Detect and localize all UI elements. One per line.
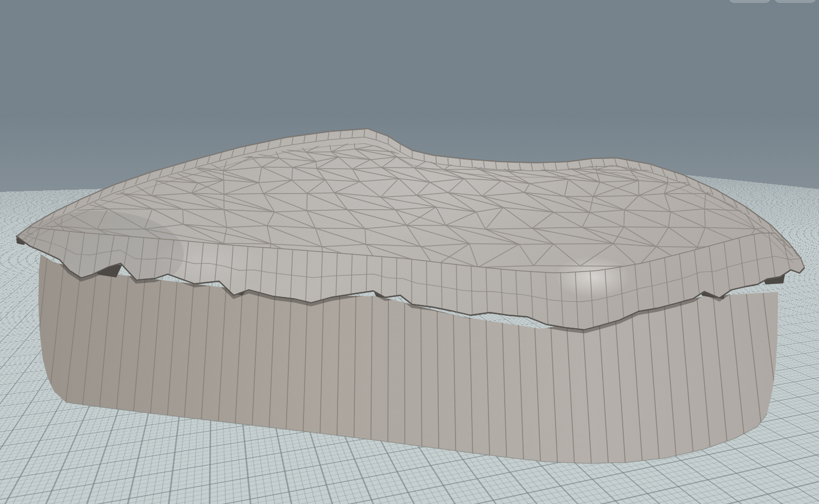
toolbar-button-left[interactable]	[729, 0, 771, 3]
toolbar-button-right[interactable]	[774, 0, 816, 3]
viewport-3d[interactable]	[0, 0, 819, 504]
mesh-object[interactable]	[0, 0, 819, 504]
